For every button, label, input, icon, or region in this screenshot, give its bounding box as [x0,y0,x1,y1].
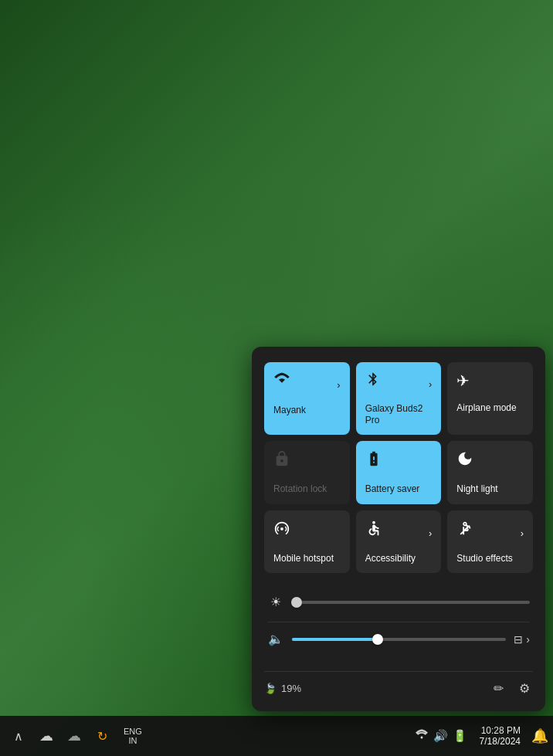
tile-top-row: › [273,371,341,398]
taskbar-left: ∧ ☁ ☁ ↻ ENG IN [0,727,409,745]
rotation-lock-tile[interactable]: Rotation lock [264,441,350,503]
footer-icons: ✏ ⚙ [490,678,533,699]
settings-button[interactable]: ⚙ [516,678,533,699]
battery-leaf-icon: 🍃 [264,683,276,694]
wifi-label: Mayank [273,405,306,415]
quick-settings-panel: › Mayank › Galaxy Buds2 Pro ✈ Airplane m… [252,347,545,711]
rotation-lock-label: Rotation lock [273,483,327,494]
volume-mixer-icon: ⊟ [514,633,523,646]
airplane-icon: ✈ [456,371,470,390]
tiles-grid: › Mayank › Galaxy Buds2 Pro ✈ Airplane m… [264,362,533,573]
battery-tray-icon: 🔋 [453,729,467,743]
volume-fill [292,638,378,641]
volume-slider[interactable] [292,638,506,641]
sync-icon[interactable]: ↻ [93,727,111,745]
clock-date: 7/18/2024 [480,736,521,747]
studio-effects-tile[interactable]: › Studio effects [447,510,533,573]
tile-top-row [365,450,433,477]
hotspot-icon [273,520,290,541]
cloud-icon[interactable]: ☁ [65,727,83,745]
accessibility-chevron: › [429,527,432,539]
battery-saver-label: Battery saver [365,483,420,494]
wifi-chevron: › [337,379,340,391]
rotation-lock-icon [273,450,290,471]
notification-bell[interactable]: 🔔 [527,727,553,744]
mobile-hotspot-tile[interactable]: Mobile hotspot [264,510,350,573]
bluetooth-tile[interactable]: › Galaxy Buds2 Pro [356,362,442,435]
tile-top-row: › [456,520,524,547]
battery-saver-icon [365,450,382,471]
volume-icon: 🔈 [267,632,284,646]
taskbar: ∧ ☁ ☁ ↻ ENG IN 🔊 🔋 10:28 PM 7/18/2024 🔔 [0,716,553,756]
onedrive-icon[interactable]: ☁ [37,727,56,745]
sliders-section: ☀ 🔈 ⊟ › [264,588,533,665]
bluetooth-label: Galaxy Buds2 Pro [365,403,433,425]
tile-top-row: ✈ [456,371,524,396]
clock-area[interactable]: 10:28 PM 7/18/2024 [473,725,527,747]
wifi-tile[interactable]: › Mayank [264,362,350,435]
brightness-thumb[interactable] [291,597,302,608]
language-indicator[interactable]: ENG IN [120,727,145,745]
studio-effects-icon [456,520,473,541]
panel-footer: 🍃 19% ✏ ⚙ [264,671,533,699]
night-light-tile[interactable]: Night light [447,441,533,503]
volume-slider-row: 🔈 ⊟ › [267,632,530,646]
tile-top-row [273,520,341,547]
volume-thumb[interactable] [372,634,383,645]
wifi-icon [273,371,290,392]
volume-chevron: › [526,633,530,646]
accessibility-label: Accessibility [365,553,416,564]
tile-top-row: › [365,371,433,397]
airplane-label: Airplane mode [456,402,516,413]
wifi-tray-icon [415,728,429,744]
tile-top-row [273,450,341,477]
battery-percent: 19% [281,683,301,694]
brightness-icon: ☀ [267,595,284,609]
volume-tray-icon: 🔊 [433,729,448,743]
battery-saver-tile[interactable]: Battery saver [356,441,442,503]
edit-button[interactable]: ✏ [490,678,507,699]
tile-top-row [456,450,524,477]
brightness-slider-row: ☀ [267,595,530,609]
svg-point-0 [372,520,375,524]
lang-top: ENG [124,727,142,736]
accessibility-icon [365,520,382,541]
battery-info: 🍃 19% [264,683,301,694]
bluetooth-icon [365,371,381,391]
clock-time: 10:28 PM [481,725,521,736]
tile-top-row: › [365,520,433,547]
night-light-icon [456,450,473,471]
hotspot-label: Mobile hotspot [273,553,334,564]
airplane-tile[interactable]: ✈ Airplane mode [447,362,533,435]
system-tray-area[interactable]: 🔊 🔋 [409,725,473,748]
lang-bottom: IN [128,736,137,745]
accessibility-tile[interactable]: › Accessibility [356,510,442,573]
brightness-slider[interactable] [292,601,530,604]
show-hidden-icons-button[interactable]: ∧ [9,727,28,745]
studio-effects-label: Studio effects [456,553,513,564]
bluetooth-chevron: › [429,378,432,390]
volume-settings-button[interactable]: ⊟ › [514,633,530,646]
slider-divider [267,622,530,622]
night-light-label: Night light [456,483,497,494]
studio-effects-chevron: › [521,527,524,539]
